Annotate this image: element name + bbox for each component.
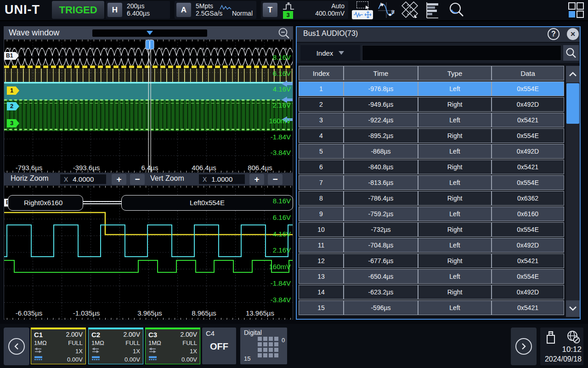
- window-layout-button[interactable]: [566, 0, 586, 20]
- cell-data[interactable]: 0x554E: [492, 269, 564, 284]
- selection-mode-button[interactable]: [351, 0, 374, 20]
- cell-time[interactable]: -596µs: [344, 300, 418, 315]
- cell-index[interactable]: 7: [299, 175, 344, 190]
- cell-data[interactable]: 0x492D: [492, 285, 564, 299]
- scroll-down-button[interactable]: [566, 300, 580, 317]
- cursor-measure-button[interactable]: AB: [376, 0, 397, 20]
- cell-time[interactable]: -922.4µs: [344, 113, 418, 127]
- cell-index[interactable]: 15: [299, 300, 344, 315]
- cell-time[interactable]: -813.6µs: [344, 175, 418, 190]
- cell-data[interactable]: 0x6362: [492, 191, 564, 206]
- scrollbar-thumb[interactable]: [566, 83, 579, 124]
- position-marker-icon[interactable]: [147, 31, 153, 35]
- acquire-settings-block[interactable]: A 5Mpts 2.5GSa/s Normal: [175, 1, 256, 19]
- cell-data[interactable]: 0x5421: [492, 300, 564, 315]
- channel-1-card[interactable]: C12.00V 1MΩFULL 1X 0.00V: [31, 328, 86, 364]
- cell-time[interactable]: -704.8µs: [344, 238, 418, 253]
- cell-type[interactable]: Right: [418, 128, 492, 143]
- horiz-zoom-increase-button[interactable]: +: [112, 174, 126, 185]
- channel-3-card[interactable]: C32.00V 1MΩFULL 1X 0.00V: [145, 328, 200, 364]
- zoom-out-button[interactable]: [278, 27, 290, 41]
- table-row[interactable]: 13-650.4µsLeft0x554E: [299, 269, 564, 284]
- search-zoom-button[interactable]: [446, 0, 468, 20]
- table-scrollbar[interactable]: [566, 66, 580, 317]
- cell-index[interactable]: 10: [299, 222, 344, 237]
- table-row[interactable]: 11-704.8µsLeft0x492D: [299, 238, 564, 253]
- cell-time[interactable]: -895.2µs: [344, 128, 418, 143]
- table-row[interactable]: 15-596µsLeft0x5421: [299, 300, 564, 315]
- cell-data[interactable]: 0x5421: [492, 253, 564, 268]
- cell-time[interactable]: -650.4µs: [344, 269, 418, 284]
- system-status-block[interactable]: 10:12 2024/09/18: [540, 328, 583, 365]
- cell-type[interactable]: Right: [418, 191, 492, 206]
- cell-type[interactable]: Left: [418, 238, 492, 253]
- table-row[interactable]: 10-732µsRight0x554E: [299, 222, 564, 237]
- channel-2-card[interactable]: C22.00V 1MΩFULL 1X 0.00V: [88, 328, 143, 364]
- close-button[interactable]: ✕: [567, 28, 579, 40]
- scroll-up-button[interactable]: [566, 66, 580, 82]
- scroll-channels-left-button[interactable]: [4, 328, 29, 365]
- vert-zoom-increase-button[interactable]: +: [249, 174, 264, 185]
- table-row[interactable]: 9-759.2µsLeft0x6160: [299, 207, 564, 221]
- help-button[interactable]: ?: [548, 28, 560, 40]
- cell-type[interactable]: Left: [418, 269, 492, 284]
- table-row[interactable]: 14-623.2µsRight0x492D: [299, 285, 564, 299]
- cell-data[interactable]: 0x492D: [492, 238, 564, 253]
- cell-type[interactable]: Right: [418, 253, 492, 268]
- table-row[interactable]: 6-840.8µsRight0x5421: [299, 160, 564, 174]
- horiz-zoom-input[interactable]: X 4.0000: [60, 174, 106, 184]
- cell-type[interactable]: Left: [418, 175, 492, 190]
- cell-data[interactable]: 0x492D: [492, 97, 564, 112]
- cell-data[interactable]: 0x6160: [492, 207, 564, 221]
- search-input[interactable]: [362, 45, 561, 61]
- cell-index[interactable]: 1: [299, 81, 344, 96]
- table-row[interactable]: 7-813.6µsLeft0x554E: [299, 175, 564, 190]
- cell-index[interactable]: 14: [299, 285, 344, 299]
- cell-time[interactable]: -976.8µs: [344, 81, 418, 96]
- table-row[interactable]: 4-895.2µsRight0x554E: [299, 128, 564, 143]
- cell-index[interactable]: 9: [299, 207, 344, 221]
- cell-time[interactable]: -868µs: [344, 144, 418, 159]
- cell-index[interactable]: 13: [299, 269, 344, 284]
- cell-time[interactable]: -949.6µs: [344, 97, 418, 112]
- cell-index[interactable]: 11: [299, 238, 344, 253]
- cell-data[interactable]: 0x554E: [492, 81, 564, 96]
- horizontal-settings-block[interactable]: H 200µs 6.400µs: [106, 1, 170, 19]
- cell-index[interactable]: 3: [299, 113, 344, 127]
- search-field-dropdown[interactable]: Index: [300, 45, 360, 61]
- cell-time[interactable]: -786.4µs: [344, 191, 418, 206]
- table-row[interactable]: 5-868µsLeft0x492D: [299, 144, 564, 159]
- cell-index[interactable]: 4: [299, 128, 344, 143]
- cell-type[interactable]: Left: [418, 113, 492, 127]
- table-row[interactable]: 1-976.8µsLeft0x554E: [299, 81, 564, 96]
- cell-data[interactable]: 0x554E: [492, 175, 564, 190]
- cell-type[interactable]: Right: [418, 285, 492, 299]
- table-row[interactable]: 12-677.6µsRight0x5421: [299, 253, 564, 268]
- search-button[interactable]: [563, 45, 579, 61]
- cell-index[interactable]: 8: [299, 191, 344, 206]
- vert-zoom-decrease-button[interactable]: −: [268, 174, 283, 185]
- cell-data[interactable]: 0x5421: [492, 113, 564, 127]
- cell-index[interactable]: 12: [299, 253, 344, 268]
- cell-type[interactable]: Left: [418, 144, 492, 159]
- horiz-zoom-decrease-button[interactable]: −: [130, 174, 145, 185]
- zoomed-waveform-plot[interactable]: B1 Right0x6160 Left0x554E 8.16V6.16V4.16…: [4, 186, 293, 320]
- cell-time[interactable]: -623.2µs: [344, 285, 418, 299]
- cell-type[interactable]: Right: [418, 160, 492, 174]
- cell-type[interactable]: Right: [418, 97, 492, 112]
- table-row[interactable]: 3-922.4µsLeft0x5421: [299, 113, 564, 127]
- cell-type[interactable]: Left: [418, 81, 492, 96]
- scroll-channels-right-button[interactable]: [511, 328, 537, 365]
- histogram-button[interactable]: [423, 0, 444, 20]
- overview-waveform-plot[interactable]: x: [4, 40, 293, 172]
- cell-data[interactable]: 0x554E: [492, 128, 564, 143]
- cell-data[interactable]: 0x554E: [492, 222, 564, 237]
- cell-index[interactable]: 5: [299, 144, 344, 159]
- vert-zoom-input[interactable]: X 1.0000: [199, 174, 245, 184]
- measure-button[interactable]: [399, 0, 421, 20]
- cell-index[interactable]: 2: [299, 97, 344, 112]
- table-row[interactable]: 2-949.6µsRight0x492D: [299, 97, 564, 112]
- table-row[interactable]: 8-786.4µsRight0x6362: [299, 191, 564, 206]
- waveform-position-bar[interactable]: [92, 29, 207, 37]
- cell-type[interactable]: Right: [418, 222, 492, 237]
